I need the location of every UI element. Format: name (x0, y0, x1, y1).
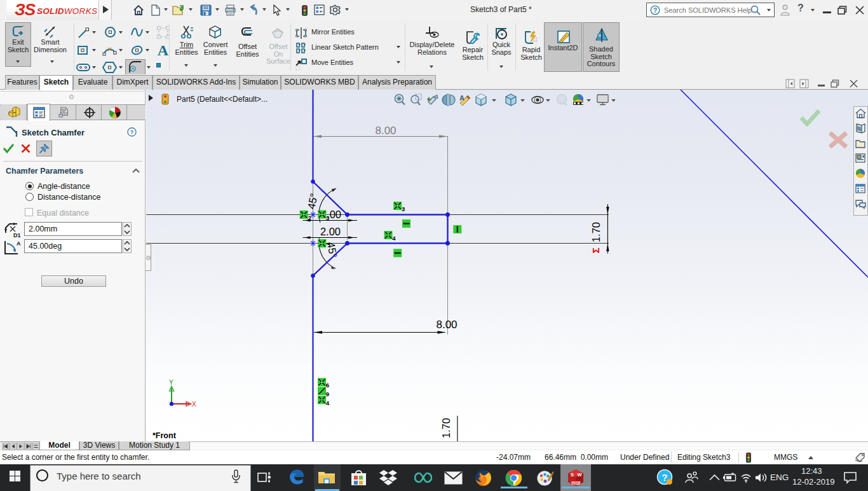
svg-text:?: ? (653, 7, 657, 14)
svg-text:1.70: 1.70 (590, 222, 602, 242)
svg-text:A: A (17, 240, 21, 247)
svg-text:6: 6 (326, 382, 329, 389)
svg-text:?: ? (661, 472, 667, 483)
svg-text:2: 2 (308, 214, 311, 221)
svg-text:8.00: 8.00 (436, 319, 457, 331)
svg-text:*Front: *Front (153, 431, 177, 440)
svg-text:?: ? (130, 128, 134, 135)
svg-text:W: W (578, 472, 583, 478)
svg-text:S: S (571, 472, 574, 478)
svg-text:45°: 45° (325, 241, 339, 259)
svg-text:Σ: Σ (590, 247, 601, 253)
svg-text:3: 3 (326, 214, 329, 221)
svg-text:3: 3 (402, 205, 405, 212)
svg-text:1.70: 1.70 (440, 418, 452, 438)
svg-text:8.00: 8.00 (375, 125, 396, 137)
svg-text:45°: 45° (305, 192, 320, 210)
svg-text:2018: 2018 (571, 481, 581, 485)
svg-text:4: 4 (326, 399, 330, 406)
svg-text:A: A (459, 94, 465, 102)
svg-text:X: X (192, 401, 196, 408)
svg-text:9: 9 (326, 391, 329, 398)
svg-text:Y: Y (169, 379, 173, 386)
svg-text:2.00: 2.00 (320, 226, 341, 237)
svg-text:D1: D1 (13, 232, 21, 238)
svg-text:4: 4 (392, 235, 396, 242)
